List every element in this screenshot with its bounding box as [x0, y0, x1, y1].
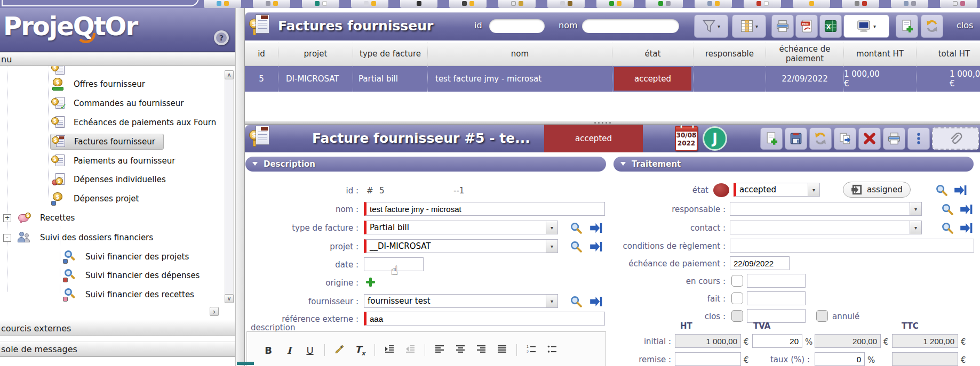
sidebar-item-paiements-fournisseur[interactable]: Paiements au fournisseur — [51, 153, 179, 169]
id-filter-input[interactable] — [489, 19, 545, 33]
echeance-input[interactable] — [730, 256, 790, 270]
clos-checkbox[interactable] — [731, 310, 743, 322]
app-toolbar-icon[interactable] — [695, 0, 732, 8]
contact-select[interactable] — [730, 221, 910, 234]
goto-icon[interactable] — [954, 184, 967, 197]
nom-filter-input[interactable] — [582, 19, 679, 33]
copy-format-icon[interactable] — [333, 344, 346, 356]
help-icon[interactable]: ? — [214, 30, 229, 45]
filter-button[interactable]: ▾ — [694, 14, 728, 38]
attachment-button[interactable] — [932, 127, 979, 150]
search-icon[interactable] — [935, 184, 948, 197]
clos-filter-label[interactable]: clos — [957, 20, 973, 30]
search-icon[interactable] — [570, 295, 583, 308]
sidebar-item-echeances-paiements[interactable]: Echéances de paiements aux Fourn — [51, 115, 220, 131]
sidebar-item-factures-fournisseur[interactable]: Factures fournisseur — [50, 134, 164, 150]
refresh-button[interactable] — [921, 14, 943, 38]
horizontal-splitter[interactable] — [245, 120, 980, 125]
more-options-button[interactable] — [907, 127, 930, 150]
conditions-input[interactable] — [730, 239, 974, 253]
chevron-down-icon[interactable]: ▾ — [910, 202, 922, 216]
app-toolbar-icon[interactable] — [842, 0, 879, 8]
tree-scrollbar[interactable] — [225, 70, 234, 303]
column-header-id[interactable]: id — [245, 43, 278, 66]
app-toolbar-icon[interactable] — [498, 0, 536, 8]
bullet-list-icon[interactable] — [546, 344, 559, 356]
search-icon[interactable] — [570, 240, 583, 253]
type-select[interactable]: Partial bill — [364, 221, 546, 234]
chevron-down-icon[interactable]: ▾ — [808, 183, 820, 197]
app-toolbar-icon[interactable] — [891, 0, 928, 8]
sidebar-splitter[interactable] — [235, 8, 245, 366]
goto-icon[interactable] — [960, 222, 973, 234]
app-toolbar-icon[interactable] — [449, 0, 487, 8]
app-toolbar-icon[interactable] — [793, 0, 830, 8]
scroll-down-icon[interactable]: ∨ — [225, 294, 234, 303]
user-avatar[interactable]: J — [703, 126, 727, 151]
app-toolbar-icon[interactable] — [204, 0, 241, 8]
en-cours-checkbox[interactable] — [731, 275, 743, 287]
scroll-up-icon[interactable]: ∧ — [225, 70, 234, 79]
sidebar-item-suivi-financier-projets[interactable]: Suivi financier des projets — [63, 249, 193, 265]
sidebar-item-suivi-financier-recettes[interactable]: Suivi financier des recettes — [63, 287, 198, 303]
initial-tva-pct-input[interactable] — [752, 334, 802, 348]
column-header-nom[interactable]: nom — [427, 43, 612, 66]
menu-section-bar[interactable]: nu — [0, 52, 235, 66]
goto-icon[interactable] — [589, 240, 602, 253]
table-row[interactable]: 5 DI-MICROSAT Partial bill test facture … — [245, 66, 980, 92]
taux-input[interactable] — [815, 352, 865, 366]
traitement-section-header[interactable]: Traitement — [614, 157, 974, 172]
app-toolbar-icon[interactable] — [302, 0, 339, 8]
section-raccourcis-externes[interactable]: courcis externes — [0, 321, 235, 336]
delete-button[interactable] — [858, 127, 881, 150]
remove-format-icon[interactable]: Tx — [354, 344, 366, 357]
columns-button[interactable]: ▾ — [732, 14, 766, 38]
column-header-echeance[interactable]: échéance de paiement — [766, 43, 843, 66]
remise-input[interactable] — [675, 352, 741, 366]
description-section-header[interactable]: Description — [245, 157, 606, 172]
goto-icon[interactable] — [589, 222, 602, 234]
sidebar-item-depenses-individuelles[interactable]: Dépenses individuelles — [51, 172, 170, 188]
app-toolbar-icon[interactable] — [596, 0, 634, 8]
ordered-list-icon[interactable] — [525, 344, 538, 356]
align-left-icon[interactable] — [433, 344, 446, 356]
responsable-select[interactable] — [730, 202, 910, 216]
app-toolbar-icon[interactable] — [646, 0, 683, 8]
sidebar-item-depenses-projet[interactable]: Dépenses projet — [51, 191, 142, 207]
expand-icon[interactable]: + — [3, 214, 11, 222]
column-header-responsable[interactable]: responsable — [693, 43, 766, 66]
display-mode-button[interactable]: ▾ — [843, 14, 889, 38]
align-center-icon[interactable] — [454, 344, 467, 356]
column-header-total-ht[interactable]: total HT — [916, 43, 980, 66]
column-header-etat[interactable]: état — [612, 43, 693, 66]
align-right-icon[interactable] — [475, 344, 488, 356]
new-record-button[interactable] — [760, 127, 783, 150]
app-toolbar-icon[interactable] — [351, 0, 388, 8]
italic-icon[interactable]: I — [283, 345, 296, 356]
assigned-button[interactable]: assigned — [843, 182, 911, 198]
bold-icon[interactable]: B — [262, 345, 275, 356]
print-button[interactable] — [771, 14, 794, 38]
print-button[interactable] — [883, 127, 905, 150]
goto-icon[interactable] — [589, 295, 602, 308]
app-toolbar-icon[interactable] — [400, 0, 437, 8]
fait-checkbox[interactable] — [731, 292, 743, 304]
sidebar-item-commandes-fournisseur[interactable]: ✓Commandes au fournisseur — [51, 95, 187, 111]
sidebar-item-offres-fournisseur[interactable]: Offres fournisseur — [51, 76, 149, 92]
app-toolbar-icon[interactable] — [940, 0, 977, 8]
justify-icon[interactable] — [496, 344, 508, 356]
column-header-projet[interactable]: projet — [278, 43, 353, 66]
copy-button[interactable] — [834, 127, 856, 150]
save-button[interactable] — [785, 127, 807, 150]
sidebar-item-partial[interactable] — [51, 66, 65, 77]
chevron-down-icon[interactable]: ▾ — [546, 294, 558, 308]
fait-date-input[interactable] — [747, 291, 806, 305]
sidebar-item-recettes[interactable]: +Recettes — [3, 210, 78, 226]
export-pdf-button[interactable] — [795, 14, 818, 38]
export-csv-button[interactable] — [819, 14, 842, 38]
section-console-messages[interactable]: sole de messages — [0, 341, 235, 357]
projet-select[interactable]: __DI-MICROSAT — [364, 239, 546, 253]
sidebar-item-suivi-financier-depenses[interactable]: Suivi financier des dépenses — [63, 267, 203, 283]
calendar-date-icon[interactable]: 30/08 2022 — [675, 126, 698, 151]
search-icon[interactable] — [941, 203, 954, 216]
